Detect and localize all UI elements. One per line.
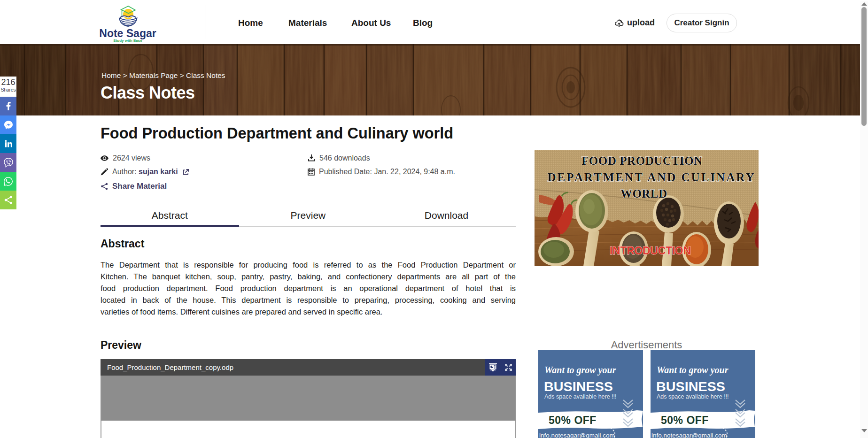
svg-text:WORLD: WORLD [620,187,667,200]
svg-text:INTRODUCTION: INTRODUCTION [610,245,691,257]
svg-text:50% OFF: 50% OFF [661,414,709,426]
svg-text:FOOD PRODUCTION: FOOD PRODUCTION [581,154,703,167]
svg-text:Ads space available here !!!: Ads space available here !!! [544,393,617,400]
svg-text:info.notesagar@gmail.com: info.notesagar@gmail.com [539,432,615,438]
svg-text:DEPARTMENT AND CULINARY: DEPARTMENT AND CULINARY [548,171,755,184]
svg-text:info.notesagar@gmail.com: info.notesagar@gmail.com [651,432,727,438]
svg-text:Want to grow your: Want to grow your [544,365,616,376]
svg-text:Ads space available here !!!: Ads space available here !!! [657,393,729,400]
svg-text:50% OFF: 50% OFF [549,414,597,426]
svg-text:BUSINESS: BUSINESS [656,379,725,394]
svg-text:Want to grow your: Want to grow your [657,365,728,376]
svg-text:BUSINESS: BUSINESS [544,379,613,394]
